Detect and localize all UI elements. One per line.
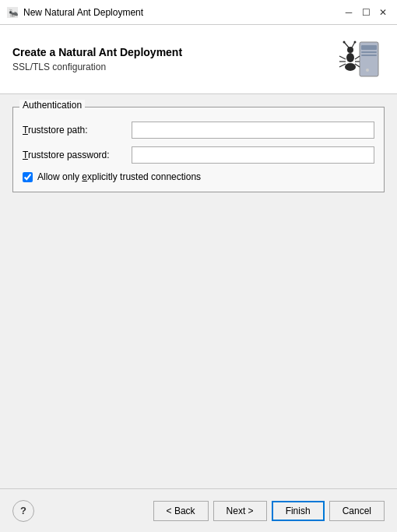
maximize-button[interactable]: ☐	[358, 5, 374, 20]
next-button[interactable]: Next >	[213, 501, 267, 521]
close-button[interactable]: ✕	[375, 5, 391, 20]
cancel-button[interactable]: Cancel	[329, 501, 385, 521]
svg-text:🐜: 🐜	[9, 8, 18, 18]
header-title: Create a Natural Ant Deployment	[12, 46, 182, 58]
ant-icon	[335, 34, 385, 84]
svg-point-9	[347, 47, 353, 53]
authentication-group: Authentication Truststore path: Truststo…	[12, 107, 385, 192]
allow-trusted-label[interactable]: Allow only explicitly trusted connection…	[37, 171, 201, 182]
header-subtitle: SSL/TLS configuration	[12, 62, 182, 72]
group-title: Authentication	[19, 100, 85, 111]
allow-trusted-checkbox[interactable]	[23, 172, 33, 182]
title-bar: 🐜 New Natural Ant Deployment ─ ☐ ✕	[0, 0, 397, 25]
svg-point-8	[346, 53, 354, 62]
truststore-path-label: Truststore path:	[23, 125, 132, 136]
allow-trusted-row: Allow only explicitly trusted connection…	[23, 171, 374, 182]
footer-buttons: < Back Next > Finish Cancel	[153, 501, 385, 521]
svg-rect-5	[361, 55, 377, 56]
truststore-password-row: Truststore password:	[23, 146, 374, 164]
footer: ? < Back Next > Finish Cancel	[0, 488, 397, 532]
svg-point-13	[354, 41, 357, 44]
svg-line-16	[339, 64, 346, 67]
svg-point-6	[366, 69, 369, 72]
truststore-password-label: Truststore password:	[23, 150, 132, 160]
content-area: Authentication Truststore path: Truststo…	[0, 94, 397, 488]
header-text: Create a Natural Ant Deployment SSL/TLS …	[12, 46, 182, 72]
window-controls: ─ ☐ ✕	[341, 5, 391, 20]
minimize-button[interactable]: ─	[341, 5, 357, 20]
truststore-path-row: Truststore path:	[23, 122, 374, 139]
window-icon: 🐜	[6, 6, 19, 19]
svg-point-7	[345, 63, 356, 71]
window-title: New Natural Ant Deployment	[23, 7, 341, 18]
svg-rect-4	[361, 51, 377, 53]
svg-line-17	[355, 56, 360, 59]
back-button[interactable]: < Back	[153, 501, 209, 521]
svg-line-14	[339, 56, 346, 59]
truststore-path-input[interactable]	[132, 122, 374, 139]
dialog-body: Create a Natural Ant Deployment SSL/TLS …	[0, 25, 397, 532]
svg-rect-3	[361, 45, 377, 50]
header-area: Create a Natural Ant Deployment SSL/TLS …	[0, 25, 397, 94]
svg-point-12	[343, 41, 346, 44]
finish-button[interactable]: Finish	[272, 501, 325, 521]
help-button[interactable]: ?	[12, 500, 34, 522]
truststore-password-input[interactable]	[132, 146, 374, 164]
